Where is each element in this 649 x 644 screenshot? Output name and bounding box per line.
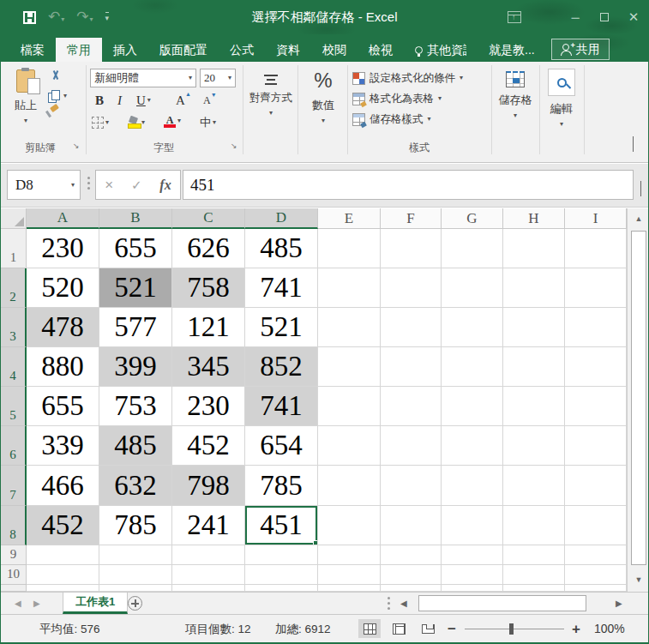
cell-F8[interactable] — [381, 506, 442, 545]
column-header-B[interactable]: B — [99, 208, 172, 229]
cell-B11[interactable] — [99, 585, 172, 592]
cell-C8[interactable]: 241 — [172, 506, 245, 545]
collapse-ribbon-button[interactable] — [633, 137, 634, 153]
cell-B4[interactable]: 399 — [99, 347, 172, 387]
editing-button[interactable]: 編輯 ▾ — [543, 67, 580, 139]
cell-I1[interactable] — [565, 229, 627, 268]
row-header-7[interactable]: 7 — [1, 466, 27, 506]
cell-H9[interactable] — [503, 545, 565, 565]
cell-I6[interactable] — [565, 426, 627, 466]
cell-C3[interactable]: 121 — [172, 308, 245, 347]
cell-E6[interactable] — [318, 426, 381, 466]
cell-H10[interactable] — [503, 565, 565, 585]
tab-file[interactable]: 檔案 — [9, 38, 56, 62]
cell-D11[interactable] — [245, 585, 318, 592]
tab-版面配置[interactable]: 版面配置 — [148, 38, 219, 62]
cell-E3[interactable] — [318, 308, 381, 347]
cell-F4[interactable] — [381, 347, 442, 387]
paste-caret-icon[interactable]: ▾ — [24, 117, 27, 124]
cell-I5[interactable] — [565, 387, 627, 426]
cell-E2[interactable] — [318, 268, 381, 308]
cell-G2[interactable] — [442, 268, 503, 308]
tab-資料[interactable]: 資料 — [265, 38, 311, 62]
borders-button[interactable]: ▾ — [92, 113, 109, 132]
cell-E7[interactable] — [318, 466, 381, 506]
font-name-select[interactable]: 新細明體▾ — [90, 69, 196, 87]
expand-formula-bar-button[interactable] — [640, 182, 641, 197]
cell-D9[interactable] — [245, 545, 318, 565]
decrease-font-button[interactable]: A▼ — [203, 91, 211, 110]
row-header-3[interactable]: 3 — [1, 308, 27, 347]
cell-G10[interactable] — [442, 565, 503, 585]
minimize-button[interactable]: ─ — [561, 11, 590, 24]
cell-H8[interactable] — [503, 506, 565, 545]
format-as-table-button[interactable]: 格式化為表格▾ — [352, 89, 442, 108]
row-header-2[interactable]: 2 — [1, 268, 27, 308]
cell-A9[interactable] — [27, 545, 99, 565]
cell-H1[interactable] — [503, 229, 565, 268]
cells-button[interactable]: 儲存格 ▾ — [495, 67, 536, 139]
copy-button[interactable]: ▾ — [48, 90, 67, 102]
underline-button[interactable]: U▾ — [136, 91, 151, 110]
cell-A2[interactable]: 520 — [27, 268, 99, 308]
cell-B5[interactable]: 753 — [99, 387, 172, 426]
cell-D5[interactable]: 741 — [245, 387, 318, 426]
row-header-5[interactable]: 5 — [1, 387, 27, 426]
font-color-button[interactable]: A▾ — [164, 111, 181, 130]
cell-B9[interactable] — [99, 545, 172, 565]
tab-就是教...[interactable]: 就是教... — [478, 38, 546, 62]
ribbon-display-options-icon[interactable] — [508, 11, 521, 23]
fill-color-button[interactable]: ▾ — [128, 113, 145, 132]
cell-D1[interactable]: 485 — [245, 229, 318, 268]
cell-I10[interactable] — [565, 565, 627, 585]
scroll-right-icon[interactable]: ▶ — [616, 593, 622, 614]
cell-A7[interactable]: 466 — [27, 466, 99, 506]
cell-F3[interactable] — [381, 308, 442, 347]
cell-D10[interactable] — [245, 565, 318, 585]
cell-G4[interactable] — [442, 347, 503, 387]
zoom-out-button[interactable]: − — [448, 615, 456, 643]
maximize-button[interactable] — [590, 11, 619, 24]
select-all-corner[interactable] — [1, 208, 27, 229]
normal-view-button[interactable] — [358, 619, 381, 638]
sheet-tab-worksheet1[interactable]: 工作表1 — [63, 593, 128, 614]
cell-C10[interactable] — [172, 565, 245, 585]
cell-A1[interactable]: 230 — [27, 229, 99, 268]
cell-A3[interactable]: 478 — [27, 308, 99, 347]
zoom-slider-thumb[interactable] — [509, 623, 514, 635]
tab-校閱[interactable]: 校閱 — [311, 38, 358, 62]
cell-A11[interactable] — [27, 585, 99, 592]
cell-A5[interactable]: 655 — [27, 387, 99, 426]
increase-font-button[interactable]: A▲ — [176, 91, 185, 110]
cell-F9[interactable] — [381, 545, 442, 565]
conditional-formatting-button[interactable]: 設定格式化的條件▾ — [352, 69, 463, 87]
next-sheet-icon[interactable]: ▶ — [33, 593, 40, 614]
tab-share[interactable]: +共用 — [551, 39, 610, 60]
row-header-partial[interactable] — [1, 585, 27, 592]
cell-G11[interactable] — [442, 585, 503, 592]
new-sheet-icon[interactable] — [128, 596, 142, 611]
cell-G3[interactable] — [442, 308, 503, 347]
close-button[interactable]: ✕ — [619, 9, 648, 25]
cell-H7[interactable] — [503, 466, 565, 506]
cell-I3[interactable] — [565, 308, 627, 347]
bold-button[interactable]: B — [95, 91, 104, 110]
clipboard-dialog-launcher-icon[interactable]: ↘ — [73, 141, 80, 150]
cell-A6[interactable]: 339 — [27, 426, 99, 466]
zoom-level[interactable]: 100% — [594, 615, 625, 643]
cell-F7[interactable] — [381, 466, 442, 506]
scroll-up-icon[interactable]: ▲ — [631, 211, 646, 226]
column-header-D[interactable]: D — [245, 208, 318, 229]
cell-G9[interactable] — [442, 545, 503, 565]
cell-C11[interactable] — [172, 585, 245, 592]
cell-E9[interactable] — [318, 545, 381, 565]
cell-E11[interactable] — [318, 585, 381, 592]
cell-I4[interactable] — [565, 347, 627, 387]
cell-F10[interactable] — [381, 565, 442, 585]
cell-E10[interactable] — [318, 565, 381, 585]
cell-B7[interactable]: 632 — [99, 466, 172, 506]
cell-B8[interactable]: 785 — [99, 506, 172, 545]
cell-D3[interactable]: 521 — [245, 308, 318, 347]
cell-I8[interactable] — [565, 506, 627, 545]
tab-scrollbar-splitter[interactable] — [388, 597, 390, 599]
